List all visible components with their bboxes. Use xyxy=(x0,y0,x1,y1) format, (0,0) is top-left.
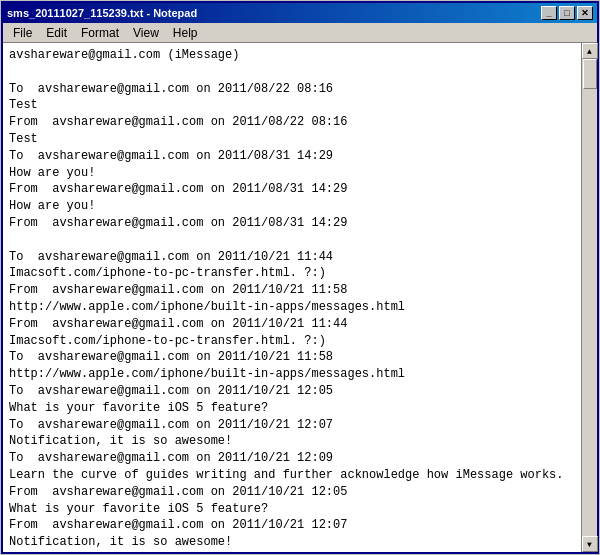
window-controls: _ □ ✕ xyxy=(541,6,593,20)
menu-format[interactable]: Format xyxy=(75,24,125,42)
scroll-track[interactable] xyxy=(582,59,597,536)
window-title: sms_20111027_115239.txt - Notepad xyxy=(7,7,197,19)
maximize-button[interactable]: □ xyxy=(559,6,575,20)
menu-bar: File Edit Format View Help xyxy=(3,23,597,43)
scrollbar: ▲ ▼ xyxy=(581,43,597,552)
text-content[interactable]: avshareware@gmail.com (iMessage) To avsh… xyxy=(3,43,581,552)
menu-file[interactable]: File xyxy=(7,24,38,42)
minimize-button[interactable]: _ xyxy=(541,6,557,20)
close-button[interactable]: ✕ xyxy=(577,6,593,20)
content-area: avshareware@gmail.com (iMessage) To avsh… xyxy=(3,43,597,552)
title-bar: sms_20111027_115239.txt - Notepad _ □ ✕ xyxy=(3,3,597,23)
menu-help[interactable]: Help xyxy=(167,24,204,42)
scroll-down-button[interactable]: ▼ xyxy=(582,536,598,552)
menu-view[interactable]: View xyxy=(127,24,165,42)
scroll-up-button[interactable]: ▲ xyxy=(582,43,598,59)
main-window: sms_20111027_115239.txt - Notepad _ □ ✕ … xyxy=(1,1,599,554)
scroll-thumb[interactable] xyxy=(583,59,597,89)
menu-edit[interactable]: Edit xyxy=(40,24,73,42)
